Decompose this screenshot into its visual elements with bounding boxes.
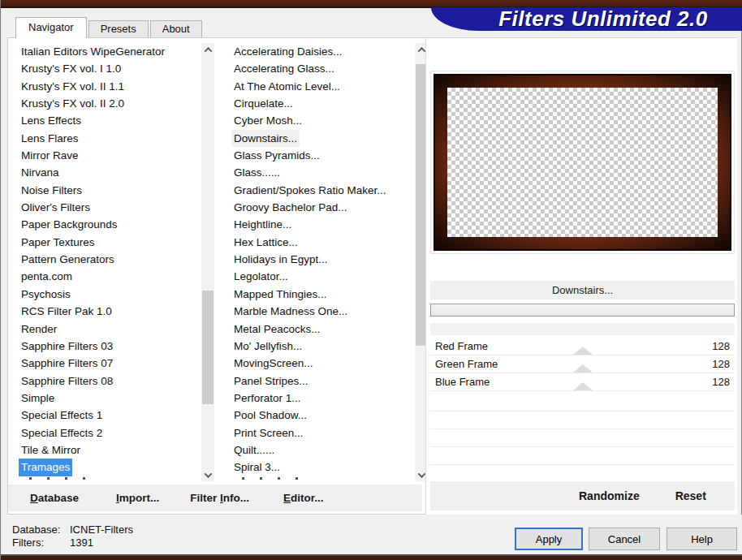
help-button[interactable]: Help [667, 528, 737, 550]
list-item[interactable]: Special Effects 2 [13, 424, 201, 442]
list-item[interactable]: Accelerating Daisies... [226, 43, 415, 60]
parameter-slider[interactable]: Red Frame 128 [430, 338, 735, 355]
list-item[interactable]: Paper Backgrounds [13, 216, 201, 233]
list-item[interactable]: Mapped Thingies... [226, 286, 415, 303]
list-item[interactable]: Quilt...... [226, 442, 415, 459]
scroll-up-icon[interactable] [201, 43, 214, 56]
app-title: Filters Unlimited 2.0 [498, 6, 708, 32]
window-bottom-edge [1, 554, 742, 560]
reset-button[interactable]: Reset [675, 489, 706, 502]
list-item[interactable]: Tile & Mirror [13, 442, 201, 459]
list-item[interactable]: Marble Madness One... [226, 303, 415, 320]
list-item-label: Mapped Thingies... [231, 286, 330, 303]
list-item[interactable]: Sapphire Filters 07 [13, 355, 201, 372]
list-item-label: Tramages [19, 459, 72, 476]
apply-button[interactable]: Apply [515, 528, 583, 550]
randomize-button[interactable]: Randomize [579, 489, 640, 502]
list-item[interactable]: Sapphire Filters 03 [13, 338, 201, 355]
parameter-slider[interactable]: Green Frame 128 [430, 355, 735, 373]
list-item[interactable]: Holidays in Egypt... [226, 251, 415, 268]
slider-thumb-icon[interactable] [573, 382, 593, 390]
list-item[interactable]: Simple [13, 390, 201, 407]
list-item[interactable]: Special Effects 1 [13, 407, 201, 424]
list-item[interactable]: Groovy Bachelor Pad... [226, 199, 415, 216]
list-item[interactable]: Oliver's Filters [13, 199, 201, 216]
list-item[interactable]: Accelerating Glass... [226, 60, 415, 77]
list-item[interactable]: Mo' Jellyfish... [226, 338, 415, 355]
list-item[interactable]: Glass...... [226, 164, 415, 181]
list-item[interactable]: Render [13, 321, 201, 338]
list-item[interactable]: Gradient/Spokes Ratio Maker... [226, 182, 415, 199]
list-item[interactable]: RCS Filter Pak 1.0 [13, 303, 201, 320]
list-item[interactable]: Lens Effects [13, 112, 201, 129]
list-item[interactable]: Krusty's FX vol. II 1.1 [13, 78, 201, 95]
preview-frame-effect [434, 74, 731, 251]
list-item[interactable]: penta.com [13, 268, 201, 285]
slider-thumb-icon[interactable] [573, 347, 593, 355]
scroll-down-icon[interactable] [201, 468, 214, 481]
slider-label: Red Frame [435, 338, 488, 355]
list-item[interactable]: Pattern Generators [13, 251, 201, 268]
category-scrollbar[interactable] [201, 43, 214, 481]
slider-value: 128 [712, 355, 730, 373]
list-item-label: Noise Filters [19, 182, 84, 199]
scrollbar-thumb[interactable] [202, 291, 214, 404]
tab-bar: Navigator Presets About [15, 16, 204, 37]
list-item[interactable]: Cyber Mosh... [226, 112, 415, 129]
list-item[interactable]: Heightline... [226, 216, 415, 233]
empty-slider-row [430, 429, 735, 447]
clipped-list-item [13, 476, 201, 480]
list-item-label: Lens Effects [19, 112, 84, 129]
slider-label: Green Frame [435, 355, 498, 373]
editor-button[interactable]: Editor... [283, 492, 324, 504]
import-button[interactable]: Import... [116, 492, 159, 504]
list-item-label: Panel Stripes... [231, 373, 311, 390]
list-item[interactable]: Metal Peacocks... [226, 321, 415, 338]
list-item[interactable]: At The Atomic Level... [226, 78, 415, 95]
list-item[interactable]: Glass Pyramids... [226, 147, 415, 164]
database-status-value: ICNET-Filters [70, 523, 133, 536]
slider-label: Blue Frame [435, 373, 490, 390]
app-banner: Filters Unlimited 2.0 [431, 7, 742, 31]
list-item[interactable]: Pool Shadow... [226, 407, 415, 424]
list-item[interactable]: Panel Stripes... [226, 373, 415, 390]
list-item[interactable]: Sapphire Filters 08 [13, 373, 201, 390]
list-item[interactable]: Krusty's FX vol. II 2.0 [13, 95, 201, 112]
parameter-slider[interactable]: Blue Frame 128 [430, 373, 735, 391]
list-item[interactable]: Spiral 3... [226, 459, 415, 476]
list-item[interactable]: Legolator... [226, 268, 415, 285]
list-item-label: Legolator... [231, 268, 291, 285]
slider-thumb-icon[interactable] [573, 364, 593, 373]
tab-presets[interactable]: Presets [88, 20, 149, 37]
list-item[interactable]: Noise Filters [13, 182, 201, 199]
list-item[interactable]: Tramages [13, 459, 201, 476]
list-item[interactable]: Italian Editors WipeGenerator [13, 43, 201, 60]
list-item[interactable]: Hex Lattice... [226, 234, 415, 251]
list-item[interactable]: Print Screen... [226, 424, 415, 442]
slider-group-header [430, 323, 735, 335]
list-item[interactable]: Paper Textures [13, 234, 201, 251]
cancel-button[interactable]: Cancel [589, 528, 660, 550]
empty-slider-row [430, 447, 735, 465]
tab-about[interactable]: About [150, 20, 202, 37]
filter-info-button[interactable]: Filter Info... [190, 492, 249, 504]
list-item-label: Tile & Mirror [19, 442, 83, 459]
list-item-label: Cyber Mosh... [231, 112, 304, 129]
list-item[interactable]: Perforator 1... [226, 390, 415, 407]
tab-navigator[interactable]: Navigator [15, 17, 87, 38]
list-item[interactable]: Cirquelate... [226, 95, 415, 112]
list-item[interactable]: Lens Flares [13, 130, 201, 147]
list-item[interactable]: Nirvana [13, 164, 201, 181]
list-item[interactable]: Downstairs... [226, 130, 415, 147]
database-status-label: Database: [12, 523, 70, 536]
list-item-label: MovingScreen... [231, 355, 316, 372]
database-button[interactable]: Database [30, 492, 79, 504]
list-item[interactable]: Krusty's FX vol. I 1.0 [13, 60, 201, 77]
list-item-label: Sapphire Filters 03 [19, 338, 115, 355]
list-item-label: Accelerating Daisies... [231, 43, 345, 60]
list-item[interactable]: Psychosis [13, 286, 201, 303]
list-item-label: Glass Pyramids... [231, 147, 322, 164]
list-item[interactable]: MovingScreen... [226, 355, 415, 372]
list-item-label: Hex Lattice... [231, 234, 300, 251]
list-item[interactable]: Mirror Rave [13, 147, 201, 164]
